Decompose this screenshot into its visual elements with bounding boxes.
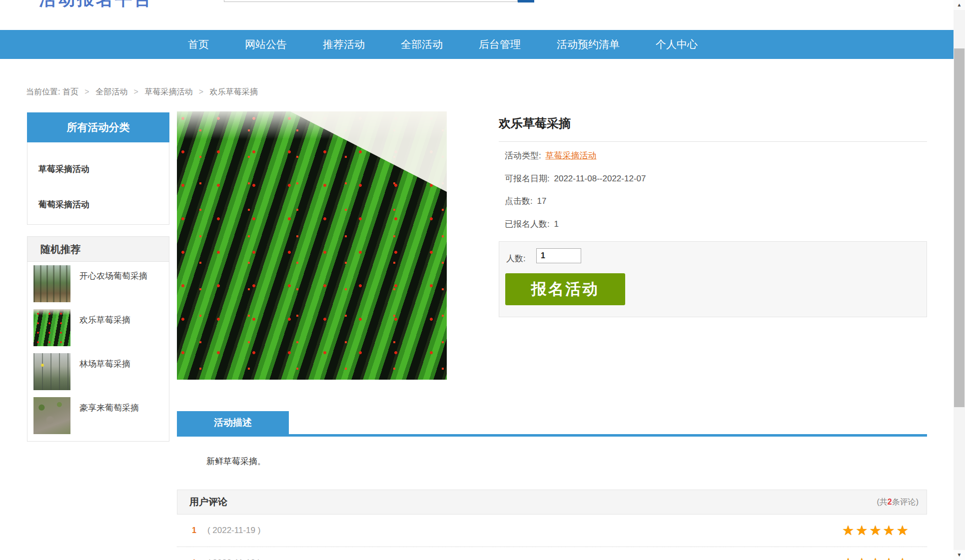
breadcrumb-label: 当前位置: xyxy=(26,87,60,96)
breadcrumb-all-activities[interactable]: 全部活动 xyxy=(95,87,127,96)
category-panel-title: 所有活动分类 xyxy=(27,112,169,142)
grape-vines-photo xyxy=(33,397,70,434)
nav-item-reservation-list[interactable]: 活动预约清单 xyxy=(539,30,638,59)
comments-count-number: 2 xyxy=(888,498,892,506)
tab-underline-bar xyxy=(177,434,927,437)
signup-button[interactable]: 报名活动 xyxy=(505,273,625,305)
people-count-input[interactable] xyxy=(536,248,581,263)
nav-list: 首页 网站公告 推荐活动 全部活动 后台管理 活动预约清单 个人中心 xyxy=(170,30,716,59)
star-rating-icon: ★★★★★ xyxy=(842,555,910,560)
comment-row: 1 ( 2022-11-19 ) ★★★★★ xyxy=(177,547,927,560)
category-list: 草莓采摘活动 葡萄采摘活动 xyxy=(27,142,169,225)
nav-item-recommended[interactable]: 推荐活动 xyxy=(305,30,383,59)
scrollbar-thumb[interactable] xyxy=(954,48,965,407)
greenhouse-strawberry-photo xyxy=(33,353,70,390)
comment-date: ( 2022-11-19 ) xyxy=(207,558,842,560)
activity-date-label: 可报名日期: xyxy=(505,174,550,183)
comment-user: 1 xyxy=(192,526,196,535)
title-divider xyxy=(499,141,927,142)
breadcrumb-separator: > xyxy=(199,87,203,96)
strawberry-rows-photo xyxy=(33,309,70,346)
grape-vineyard-photo xyxy=(33,265,70,302)
activity-registered-label: 已报名人数: xyxy=(505,219,550,229)
activity-registered-line: 已报名人数: 1 xyxy=(505,218,559,230)
recommend-item-label: 开心农场葡萄采摘 xyxy=(79,265,147,282)
activity-type-label: 活动类型: xyxy=(505,151,541,160)
recommend-panel: 随机推荐 开心农场葡萄采摘 欢乐草莓采摘 林场草莓采摘 豪享来葡萄采摘 xyxy=(27,236,169,442)
breadcrumb-home[interactable]: 首页 xyxy=(62,87,78,96)
tab-activity-description[interactable]: 活动描述 xyxy=(177,411,289,434)
search-button[interactable] xyxy=(518,0,534,2)
activity-clicks-value: 17 xyxy=(537,196,546,206)
recommend-item-label: 林场草莓采摘 xyxy=(79,353,130,370)
main-navbar: 首页 网站公告 推荐活动 全部活动 后台管理 活动预约清单 个人中心 xyxy=(0,30,965,59)
breadcrumb-separator: > xyxy=(134,87,138,96)
activity-date-value: 2022-11-08--2022-12-07 xyxy=(554,174,646,183)
comments-section: 用户评论 (共2条评论) 1 ( 2022-11-19 ) ★★★★★ 1 ( … xyxy=(177,490,927,560)
activity-photo-strawberry-field xyxy=(177,111,447,380)
comments-header: 用户评论 (共2条评论) xyxy=(177,490,927,515)
scrollbar-up-arrow-icon[interactable]: ▲ xyxy=(954,0,965,10)
scrollbar-down-arrow-icon[interactable]: ▼ xyxy=(954,550,965,560)
activity-registered-value: 1 xyxy=(554,219,558,229)
category-item-grape[interactable]: 葡萄采摘活动 xyxy=(38,199,169,210)
breadcrumb-category[interactable]: 草莓采摘活动 xyxy=(144,87,192,96)
comments-count: (共2条评论) xyxy=(877,497,919,508)
nav-item-home[interactable]: 首页 xyxy=(170,30,227,59)
site-logo-text: 活动报名平台 xyxy=(39,0,169,8)
recommend-panel-title: 随机推荐 xyxy=(27,237,169,262)
nav-item-all-activities[interactable]: 全部活动 xyxy=(383,30,461,59)
recommend-item[interactable]: 欢乐草莓采摘 xyxy=(27,306,169,350)
recommend-item-label: 豪享来葡萄采摘 xyxy=(79,397,139,414)
breadcrumb-current: 欢乐草莓采摘 xyxy=(210,87,258,96)
comments-title: 用户评论 xyxy=(189,496,227,509)
search-input[interactable] xyxy=(224,0,518,2)
nav-item-personal-center[interactable]: 个人中心 xyxy=(638,30,716,59)
recommend-item-label: 欢乐草莓采摘 xyxy=(79,309,130,326)
nav-item-announcements[interactable]: 网站公告 xyxy=(227,30,305,59)
recommend-item[interactable]: 林场草莓采摘 xyxy=(27,350,169,394)
registration-box: 人数: 报名活动 xyxy=(499,241,927,317)
breadcrumb-separator: > xyxy=(84,87,89,96)
activity-date-line: 可报名日期: 2022-11-08--2022-12-07 xyxy=(505,173,646,184)
recommend-item[interactable]: 豪享来葡萄采摘 xyxy=(27,394,169,441)
top-header: 活动报名平台 xyxy=(0,0,965,30)
people-count-label: 人数: xyxy=(506,253,526,264)
comment-date: ( 2022-11-19 ) xyxy=(207,526,842,536)
site-logo[interactable]: 活动报名平台 xyxy=(39,0,169,8)
activity-clicks-label: 点击数: xyxy=(505,196,533,206)
page-scrollbar: ▲ ▼ xyxy=(954,0,965,560)
category-panel: 所有活动分类 草莓采摘活动 葡萄采摘活动 xyxy=(27,112,169,225)
activity-type-link[interactable]: 草莓采摘活动 xyxy=(545,151,596,160)
comment-row: 1 ( 2022-11-19 ) ★★★★★ xyxy=(177,515,927,547)
activity-clicks-line: 点击数: 17 xyxy=(505,195,546,207)
activity-type-line: 活动类型: 草莓采摘活动 xyxy=(505,150,596,161)
category-item-strawberry[interactable]: 草莓采摘活动 xyxy=(38,163,169,175)
star-rating-icon: ★★★★★ xyxy=(842,523,910,539)
breadcrumb: 当前位置: 首页 > 全部活动 > 草莓采摘活动 > 欢乐草莓采摘 xyxy=(26,87,258,97)
recommend-item[interactable]: 开心农场葡萄采摘 xyxy=(27,262,169,306)
nav-item-admin[interactable]: 后台管理 xyxy=(461,30,539,59)
activity-title: 欢乐草莓采摘 xyxy=(499,115,571,131)
activity-description-text: 新鲜草莓采摘。 xyxy=(206,456,266,467)
